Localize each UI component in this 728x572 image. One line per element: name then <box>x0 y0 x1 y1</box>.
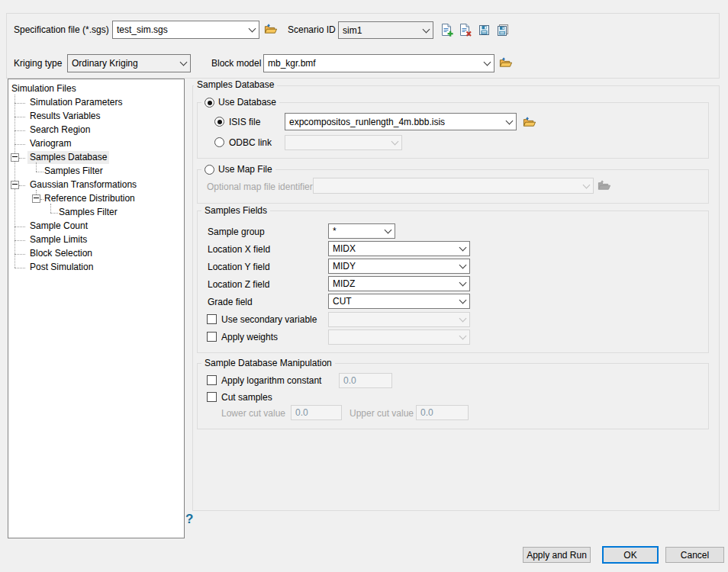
block-model-combobox[interactable]: mb_kgr.bmf <box>263 54 494 72</box>
chevron-down-icon <box>579 178 593 193</box>
tree-item-label[interactable]: Reference Distribution <box>42 192 137 205</box>
specification-file-combobox[interactable]: test_sim.sgs <box>112 21 259 39</box>
tree-item-simulation-parameters[interactable]: Simulation Parameters <box>8 96 184 110</box>
chevron-down-icon[interactable] <box>381 224 395 238</box>
chevron-down-icon[interactable] <box>245 21 259 38</box>
odbc-link-combobox[interactable] <box>285 135 402 150</box>
tree-item-label[interactable]: Gaussian Transformations <box>27 178 139 191</box>
chevron-down-icon[interactable] <box>456 277 469 291</box>
cut-samples-label: Cut samples <box>221 392 272 403</box>
tree-item-label[interactable]: Block Selection <box>27 247 95 260</box>
chevron-down-icon[interactable] <box>456 259 469 273</box>
block-model-value: mb_kgr.bmf <box>264 58 480 69</box>
use-database-group <box>197 102 709 159</box>
browse-specification-button[interactable] <box>264 22 278 36</box>
location-x-combobox[interactable]: MIDX <box>328 241 470 256</box>
apply-weights-label: Apply weights <box>221 332 278 342</box>
cut-samples-checkbox[interactable] <box>207 392 217 402</box>
lower-cut-label: Lower cut value <box>221 408 285 419</box>
logarithm-constant-input[interactable]: 0.0 <box>339 373 392 388</box>
odbc-link-radio[interactable] <box>214 137 224 147</box>
apply-and-run-button[interactable]: Apply and Run <box>523 547 591 563</box>
isis-file-radio[interactable] <box>214 117 224 127</box>
tree-item-variogram[interactable]: Variogram <box>8 137 184 151</box>
ok-button[interactable]: OK <box>602 546 659 564</box>
chevron-down-icon[interactable] <box>456 294 469 308</box>
tree-guide <box>14 103 25 104</box>
chevron-down-icon[interactable] <box>176 55 190 72</box>
apply-weights-checkbox[interactable] <box>207 332 217 342</box>
tree-item-search-region[interactable]: Search Region <box>8 124 184 137</box>
new-scenario-button[interactable] <box>440 23 453 37</box>
apply-logarithm-checkbox[interactable] <box>207 375 217 385</box>
secondary-variable-combobox[interactable] <box>328 312 470 327</box>
location-x-label: Location X field <box>208 244 270 255</box>
collapse-icon[interactable] <box>11 181 19 189</box>
block-model-label: Block model <box>211 58 261 69</box>
cancel-button[interactable]: Cancel <box>665 547 724 563</box>
use-secondary-variable-checkbox[interactable] <box>207 314 217 324</box>
isis-file-combobox[interactable]: expcompositos_runlength_4m.bbb.isis <box>285 113 517 130</box>
tree-item-samples-filter-nested[interactable]: Samples Filter <box>8 206 184 220</box>
tree-item-label[interactable]: Post Simulation <box>27 261 95 274</box>
location-y-combobox[interactable]: MIDY <box>328 259 470 274</box>
collapse-icon[interactable] <box>11 153 19 162</box>
delete-scenario-button[interactable] <box>458 23 472 37</box>
apply-logarithm-label: Apply logarithm constant <box>221 375 321 386</box>
tree-item-reference-distribution[interactable]: Reference Distribution <box>8 192 184 206</box>
browse-isis-file-button[interactable] <box>523 115 536 129</box>
tree-item-block-selection[interactable]: Block Selection <box>8 247 184 261</box>
tree-item-simulation-files[interactable]: Simulation Files <box>8 82 184 96</box>
kriging-type-combobox[interactable]: Ordinary Kriging <box>67 54 191 72</box>
chevron-down-icon[interactable] <box>502 114 516 130</box>
scenario-id-value: sim1 <box>339 25 419 36</box>
browse-block-model-button[interactable] <box>499 56 513 69</box>
tree-item-label[interactable]: Variogram <box>27 137 73 150</box>
tree-item-label[interactable]: Simulation Files <box>9 82 79 95</box>
tree-guide-line <box>36 162 37 172</box>
tree-guide <box>19 185 25 186</box>
tree-item-sample-limits[interactable]: Sample Limits <box>8 233 184 247</box>
location-z-label: Location Z field <box>208 279 269 290</box>
use-database-radio[interactable] <box>205 98 214 108</box>
browse-map-file-button-disabled[interactable] <box>598 178 611 192</box>
tree-item-samples-filter[interactable]: Samples Filter <box>8 165 184 178</box>
chevron-down-icon[interactable] <box>480 55 494 72</box>
tree-item-sample-count[interactable]: Sample Count <box>8 220 184 233</box>
sample-group-value: * <box>329 226 381 236</box>
tree-item-label[interactable]: Samples Database <box>27 151 109 164</box>
specification-file-value: test_sim.sgs <box>113 24 245 35</box>
save-scenario-button[interactable] <box>477 23 491 37</box>
tree-item-label[interactable]: Samples Filter <box>56 206 120 219</box>
help-button[interactable]: ? <box>185 513 193 525</box>
tree-item-label[interactable]: Sample Count <box>27 220 90 233</box>
tree-item-samples-database[interactable]: Samples Database <box>8 151 184 165</box>
tree-item-label[interactable]: Simulation Parameters <box>27 96 124 109</box>
isis-file-value: expcompositos_runlength_4m.bbb.isis <box>285 117 502 127</box>
tree-item-label[interactable]: Samples Filter <box>42 165 105 178</box>
tree-item-label[interactable]: Results Variables <box>27 110 102 123</box>
tree-item-label[interactable]: Sample Limits <box>27 233 89 246</box>
scenario-id-combobox[interactable]: sim1 <box>338 21 433 39</box>
use-database-legend: Use Database <box>201 97 279 108</box>
save-scenario-as-button[interactable] <box>495 23 509 37</box>
tree-item-post-simulation[interactable]: Post Simulation <box>8 261 184 275</box>
tree-item-results-variables[interactable]: Results Variables <box>8 110 184 124</box>
grade-field-combobox[interactable]: CUT <box>328 294 470 309</box>
upper-cut-input[interactable]: 0.0 <box>416 405 469 420</box>
specification-file-label: Specification file (*.sgs) <box>14 24 109 35</box>
use-map-file-radio[interactable] <box>205 165 214 175</box>
lower-cut-input[interactable]: 0.0 <box>291 405 342 420</box>
chevron-down-icon[interactable] <box>419 22 433 38</box>
tree-item-label[interactable]: Search Region <box>27 124 92 137</box>
location-z-combobox[interactable]: MIDZ <box>328 276 470 291</box>
save-icon <box>478 24 491 37</box>
sample-group-combobox[interactable]: * <box>328 223 395 239</box>
upper-cut-value: 0.0 <box>420 407 433 418</box>
collapse-icon[interactable] <box>32 194 40 203</box>
optional-map-file-combobox[interactable] <box>313 178 594 194</box>
chevron-down-icon[interactable] <box>456 242 469 255</box>
weights-combobox[interactable] <box>328 329 470 345</box>
tree-item-gaussian-transformations[interactable]: Gaussian Transformations <box>8 178 184 192</box>
navigation-tree: Simulation Files Simulation Parameters R… <box>8 79 185 538</box>
